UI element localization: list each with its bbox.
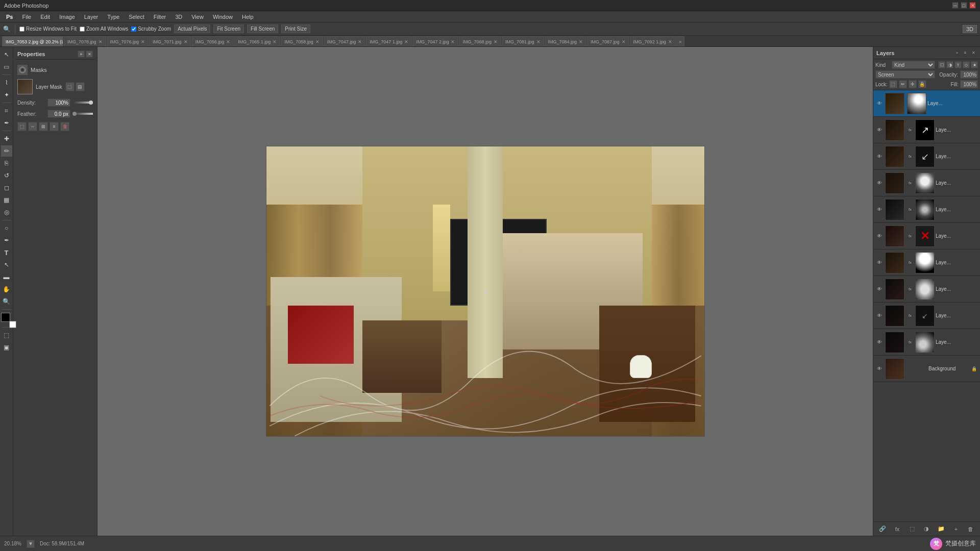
filter-pixel-icon[interactable]: ☐ (938, 61, 945, 68)
new-layer-button[interactable]: + (951, 524, 961, 534)
gradient-tool[interactable]: ▦ (1, 194, 12, 206)
mask-invert-button[interactable]: ↔ (28, 122, 37, 131)
tab-close-icon[interactable]: ✕ (536, 39, 541, 44)
menu-help[interactable]: Help (238, 13, 258, 21)
layer-row[interactable]: 👁 fx ↙ Laye... (873, 303, 980, 329)
tab-close-icon[interactable]: ✕ (226, 39, 230, 44)
layer-visibility-toggle[interactable]: 👁 (875, 126, 884, 134)
tab-close-icon[interactable]: ✕ (451, 39, 455, 44)
type-tool[interactable]: T (1, 247, 12, 258)
menu-image[interactable]: Image (55, 13, 79, 21)
layer-visibility-toggle[interactable]: 👁 (875, 99, 884, 108)
lock-transparent-button[interactable]: ⬚ (889, 80, 897, 88)
layers-menu-button[interactable]: ≡ (962, 49, 969, 57)
filter-shape-icon[interactable]: ◇ (963, 61, 970, 68)
mask-color-range-button[interactable]: ≡ (50, 122, 59, 131)
tab-img7087[interactable]: IMG_7087.jpg ✕ (587, 36, 629, 46)
hand-tool[interactable]: ✋ (1, 284, 12, 295)
resize-windows-checkbox[interactable]: Resize Windows to Fit (19, 26, 77, 32)
mask-edge-button[interactable]: ⊞ (39, 122, 48, 131)
tab-close-icon[interactable]: ✕ (184, 39, 188, 44)
crop-tool[interactable]: ⌗ (1, 105, 12, 116)
screen-mode-toggle[interactable]: ▣ (1, 342, 12, 353)
clone-stamp-tool[interactable]: ⎘ (1, 158, 12, 169)
tab-img7053[interactable]: IMG_7053 2.jpg @ 20.2% (Layer 9 copy, La… (2, 36, 63, 46)
layer-row[interactable]: 👁 fx ✕ Laye... (873, 223, 980, 249)
tab-close-icon[interactable]: ✕ (358, 39, 362, 44)
filter-adjustment-icon[interactable]: ◑ (946, 61, 953, 68)
actual-pixels-button[interactable]: Actual Pixels (174, 24, 210, 33)
tab-img7047-1[interactable]: IMG_7047 1.jpg ✕ (366, 36, 412, 46)
scrubby-zoom-checkbox[interactable]: Scrubby Zoom (131, 26, 171, 32)
fill-input[interactable] (960, 80, 978, 88)
menu-view[interactable]: View (187, 13, 208, 21)
print-size-button[interactable]: Print Size (281, 24, 310, 33)
layer-row[interactable]: 👁 fx Laye... (873, 329, 980, 356)
zoom-all-windows-checkbox[interactable]: Zoom All Windows (80, 26, 128, 32)
menu-filter[interactable]: Filter (150, 13, 170, 21)
feather-slider[interactable] (72, 113, 93, 115)
layer-visibility-toggle[interactable]: 👁 (875, 232, 884, 240)
layer-row-background[interactable]: 👁 Background 🔒 (873, 356, 980, 382)
blend-mode-select[interactable]: Screen (875, 70, 935, 79)
add-mask-button[interactable]: ⬚ (908, 524, 917, 534)
layer-row[interactable]: 👁 fx Laye... (873, 276, 980, 303)
layers-expand-button[interactable]: » (953, 49, 961, 57)
layer-styles-button[interactable]: fx (893, 524, 902, 534)
tab-close-icon[interactable]: ✕ (622, 39, 626, 44)
tab-close-icon[interactable]: ✕ (579, 39, 583, 44)
panel-expand-button[interactable]: ≡ (78, 51, 85, 58)
quick-mask-toggle[interactable]: ⬚ (1, 330, 12, 341)
menu-type[interactable]: Type (103, 13, 124, 21)
filter-type-icon[interactable]: T (954, 61, 962, 68)
layer-visibility-toggle[interactable]: 👁 (875, 285, 884, 293)
zoom-dropdown[interactable]: ▼ (27, 540, 35, 548)
minimize-button[interactable]: ─ (952, 2, 959, 9)
lasso-tool[interactable]: ⌇ (1, 77, 12, 88)
dodge-tool[interactable]: ○ (1, 222, 12, 234)
tab-close-icon[interactable]: ✕ (273, 39, 277, 44)
shape-tool[interactable]: ▬ (1, 271, 12, 283)
tab-close-icon[interactable]: ✕ (404, 39, 408, 44)
density-input[interactable] (47, 98, 70, 107)
layers-close-button[interactable]: ✕ (970, 49, 977, 57)
tab-img7076[interactable]: IMG_7076.jpg ✕ (107, 36, 149, 46)
mask-apply-button[interactable]: ⬚ (65, 82, 75, 91)
tab-img7047-2[interactable]: IMG_7047 2.jpg ✕ (412, 36, 458, 46)
tabs-overflow-button[interactable]: » (676, 36, 684, 46)
menu-file[interactable]: File (18, 13, 35, 21)
menu-ps[interactable]: Ps (2, 13, 17, 21)
close-button[interactable]: ✕ (969, 2, 976, 9)
tab-close-icon[interactable]: ✕ (99, 39, 103, 44)
filter-smart-icon[interactable]: ★ (971, 61, 978, 68)
brush-tool[interactable]: ✏ (1, 145, 12, 157)
mask-delete-button[interactable]: 🗑 (60, 122, 69, 131)
tab-img7071[interactable]: IMG_7071.jpg ✕ (149, 36, 191, 46)
layer-visibility-toggle[interactable]: 👁 (875, 312, 884, 320)
kind-select[interactable]: Kind (892, 61, 935, 69)
menu-layer[interactable]: Layer (80, 13, 103, 21)
pen-tool[interactable]: ✒ (1, 235, 12, 246)
layer-visibility-toggle[interactable]: 👁 (875, 206, 884, 214)
new-adjustment-layer-button[interactable]: ◑ (922, 524, 931, 534)
layer-row[interactable]: 👁 fx Laye... (873, 170, 980, 196)
mask-options-button[interactable]: ▤ (76, 82, 85, 91)
layer-visibility-toggle[interactable]: 👁 (875, 259, 884, 267)
blur-tool[interactable]: ◎ (1, 207, 12, 218)
maximize-button[interactable]: □ (961, 2, 967, 9)
layer-row[interactable]: 👁 fx Laye... (873, 196, 980, 223)
eraser-tool[interactable]: ◻ (1, 182, 12, 193)
tab-close-icon[interactable]: ✕ (668, 39, 672, 44)
menu-window[interactable]: Window (209, 13, 237, 21)
history-brush-tool[interactable]: ↺ (1, 170, 12, 181)
link-layers-button[interactable]: 🔗 (878, 524, 887, 534)
menu-edit[interactable]: Edit (36, 13, 54, 21)
lock-image-button[interactable]: ✏ (899, 80, 907, 88)
tab-img7081[interactable]: IMG_7081.jpg ✕ (502, 36, 544, 46)
layer-visibility-toggle[interactable]: 👁 (875, 179, 884, 187)
layer-visibility-toggle[interactable]: 👁 (875, 338, 884, 346)
tab-img7065[interactable]: IMG_7065 1.jpg ✕ (234, 36, 280, 46)
lock-all-button[interactable]: 🔒 (918, 80, 926, 88)
fit-screen-button[interactable]: Fit Screen (213, 24, 244, 33)
panel-close-button[interactable]: ✕ (86, 51, 93, 58)
